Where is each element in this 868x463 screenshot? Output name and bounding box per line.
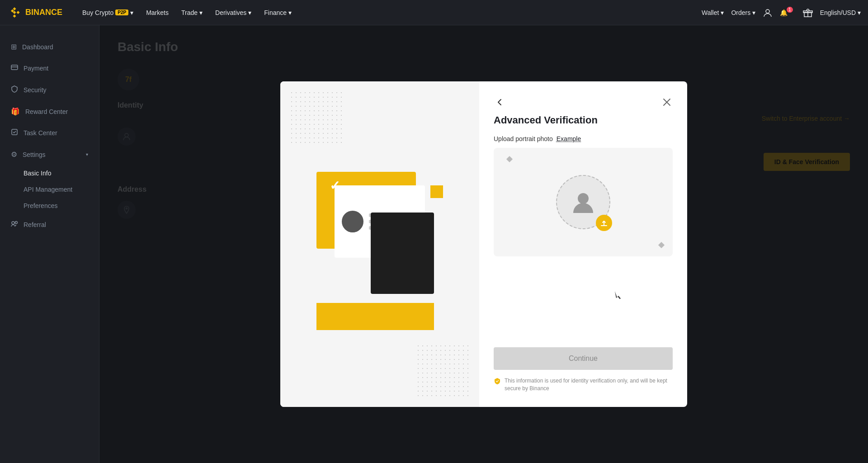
back-button[interactable]: [494, 96, 506, 111]
main-layout: ⊞ Dashboard Payment Security 🎁 Reward Ce…: [0, 25, 868, 463]
language-selector[interactable]: English/USD ▾: [820, 9, 861, 16]
sidebar-item-payment[interactable]: Payment: [0, 57, 99, 79]
orders-link[interactable]: Orders ▾: [731, 9, 755, 16]
nav-markets[interactable]: Markets: [141, 5, 174, 20]
navbar-right: Wallet ▾ Orders ▾ 🔔 1: [702, 8, 861, 18]
id-person-icon: [342, 211, 363, 232]
content-area: Basic Info 7f Identity Switch to Enterpr…: [99, 25, 868, 463]
continue-button[interactable]: Continue: [494, 347, 673, 370]
sidebar-sub-item-preferences[interactable]: Preferences: [0, 198, 99, 214]
upload-label: Upload portrait photo Example: [494, 135, 673, 142]
portrait-upload-area[interactable]: [494, 148, 673, 256]
sidebar-item-dashboard[interactable]: ⊞ Dashboard: [0, 36, 99, 57]
sidebar-item-label: Task Center: [24, 129, 57, 137]
dots-pattern-bottom-right: [416, 344, 470, 398]
logo-text: BINANCE: [25, 8, 62, 17]
modal-title: Advanced Verification: [494, 114, 673, 126]
nav-derivatives[interactable]: Derivatives ▾: [210, 5, 257, 20]
svg-point-7: [15, 222, 18, 224]
sidebar: ⊞ Dashboard Payment Security 🎁 Reward Ce…: [0, 25, 99, 463]
diamond-decoration-2: [658, 242, 665, 248]
sidebar-settings-group: ⚙ Settings ▾ Basic Info API Management P…: [0, 144, 99, 214]
svg-point-10: [349, 218, 356, 225]
sidebar-item-settings[interactable]: ⚙ Settings ▾: [0, 144, 99, 165]
close-button[interactable]: [661, 96, 673, 110]
modal-content-panel: Advanced Verification Upload portrait ph…: [479, 81, 687, 407]
security-icon: [11, 85, 18, 94]
sidebar-item-referral[interactable]: Referral: [0, 214, 99, 236]
sidebar-sub-item-basic-info[interactable]: Basic Info: [0, 165, 99, 181]
sidebar-item-security[interactable]: Security: [0, 79, 99, 101]
chevron-down-icon: ▾: [86, 152, 88, 157]
upload-person-wrapper: [556, 175, 610, 229]
diamond-decoration-1: [506, 156, 513, 162]
wallet-link[interactable]: Wallet ▾: [702, 9, 724, 16]
nav-buy-crypto[interactable]: Buy Crypto P2P ▾: [77, 5, 139, 20]
user-icon[interactable]: [763, 8, 773, 18]
black-block-1: [371, 213, 434, 294]
yellow-strip-bottom: [316, 303, 434, 330]
svg-point-1: [766, 9, 769, 13]
gift-icon[interactable]: [803, 8, 813, 18]
dashboard-icon: ⊞: [11, 43, 17, 51]
id-illustration: ✓: [307, 158, 452, 330]
sidebar-item-label: Security: [24, 86, 47, 94]
navbar: BINANCE Buy Crypto P2P ▾ Markets Trade ▾…: [0, 0, 868, 25]
dots-pattern-top-left: [289, 90, 344, 145]
svg-point-6: [12, 222, 14, 224]
nav-finance[interactable]: Finance ▾: [259, 5, 297, 20]
sidebar-item-task-center[interactable]: Task Center: [0, 122, 99, 144]
svg-point-11: [578, 193, 589, 204]
settings-icon: ⚙: [11, 150, 17, 159]
sidebar-item-reward-center[interactable]: 🎁 Reward Center: [0, 101, 99, 122]
sidebar-item-label: Reward Center: [25, 108, 68, 115]
yellow-small-block: [430, 185, 443, 198]
referral-icon: [11, 220, 18, 229]
modal-header: [494, 96, 673, 111]
nav-links: Buy Crypto P2P ▾ Markets Trade ▾ Derivat…: [77, 5, 702, 20]
advanced-verification-modal: ✓: [280, 81, 687, 407]
task-icon: [11, 128, 18, 137]
sidebar-item-label: Payment: [24, 65, 48, 72]
sidebar-item-label: Referral: [24, 221, 46, 228]
example-link[interactable]: Example: [557, 135, 581, 142]
reward-icon: 🎁: [11, 107, 20, 116]
logo[interactable]: BINANCE: [7, 5, 62, 20]
security-note: This information is used for identity ve…: [494, 377, 673, 392]
sidebar-item-label: Dashboard: [22, 43, 53, 51]
modal-illustration-panel: ✓: [280, 81, 479, 407]
nav-trade[interactable]: Trade ▾: [176, 5, 208, 20]
sidebar-item-label: Settings: [23, 151, 46, 158]
notification-icon[interactable]: 🔔 1: [780, 9, 795, 16]
sidebar-sub-item-api-management[interactable]: API Management: [0, 181, 99, 198]
upload-button-circle[interactable]: [596, 215, 612, 231]
shield-icon: [494, 378, 501, 385]
svg-rect-4: [11, 65, 18, 70]
payment-icon: [11, 64, 18, 73]
